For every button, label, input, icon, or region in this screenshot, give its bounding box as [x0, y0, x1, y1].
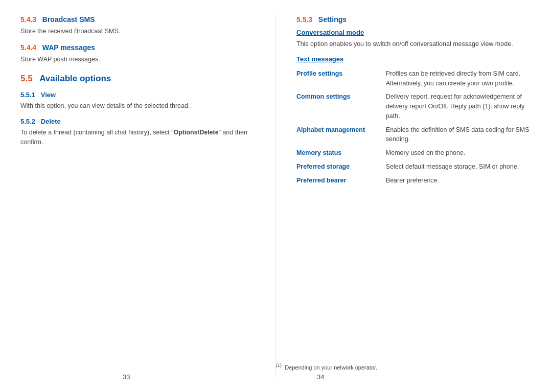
conversational-mode-body: This option enables you to switch on/off…: [296, 39, 532, 49]
settings-row-4: Preferred storageSelect default message …: [296, 160, 532, 174]
text-messages-label: Text messages: [296, 55, 532, 63]
section-55: 5.5 Available options: [20, 74, 255, 84]
settings-row-3: Memory statusMemory used on the phone.: [296, 146, 532, 160]
settings-def-1: Delivery report, request for acknowledge…: [386, 90, 532, 123]
section-551-title: View: [41, 91, 56, 99]
settings-def-4: Select default message storage, SIM or p…: [386, 160, 532, 174]
section-543: 5.4.3 Broadcast SMS Store the received B…: [20, 15, 255, 36]
settings-term-1: Common settings: [296, 90, 386, 123]
settings-table: Profile settingsProfiles can be retrieve…: [296, 67, 532, 188]
conversational-mode-section: Conversational mode This option enables …: [296, 29, 532, 49]
section-553-title: Settings: [318, 15, 347, 24]
footnote-superscript: (1): [276, 363, 282, 368]
settings-def-5: Bearer preference.: [386, 174, 532, 188]
settings-def-2: Enables the definition of SMS data codin…: [386, 123, 532, 147]
heading-552: 5.5.2 Delete: [20, 118, 255, 125]
section-552-body-bold: Options\Delete: [173, 129, 218, 136]
conversational-mode-label: Conversational mode: [296, 29, 532, 36]
section-553-number: 5.5.3: [296, 15, 312, 24]
section-544: 5.4.4 WAP messages Store WAP push messag…: [20, 43, 255, 64]
settings-row-0: Profile settingsProfiles can be retrieve…: [296, 67, 532, 90]
settings-term-0: Profile settings: [296, 67, 386, 90]
section-552-number: 5.5.2: [20, 118, 35, 125]
settings-term-4: Preferred storage: [296, 160, 386, 174]
footnote-text: Depending on your network operator.: [285, 364, 377, 371]
settings-term-5: Preferred bearer: [296, 174, 386, 188]
heading-553: 5.5.3 Settings: [296, 15, 532, 24]
section-544-number: 5.4.4: [20, 43, 36, 52]
heading-543: 5.4.3 Broadcast SMS: [20, 15, 255, 24]
page-number-right: 34: [317, 373, 324, 381]
section-55-title: Available options: [39, 74, 111, 83]
section-551-number: 5.5.1: [20, 91, 35, 99]
settings-row-1: Common settingsDelivery report, request …: [296, 90, 532, 123]
section-552-body: To delete a thread (containing all chat …: [20, 128, 255, 147]
section-553: 5.5.3 Settings: [296, 15, 532, 24]
section-544-body: Store WAP push messages.: [20, 55, 255, 64]
section-552-title: Delete: [41, 118, 61, 125]
section-55-number: 5.5: [20, 74, 33, 83]
right-column: 5.5.3 Settings Conversational mode This …: [276, 15, 532, 377]
settings-row-2: Alphabet managementEnables the definitio…: [296, 123, 532, 147]
heading-55: 5.5 Available options: [20, 74, 255, 84]
section-551-body: With this option, you can view details o…: [20, 101, 255, 111]
text-messages-section: Text messages Profile settingsProfiles c…: [296, 55, 532, 188]
section-543-body: Store the received Broadcast SMS.: [20, 27, 255, 36]
heading-544: 5.4.4 WAP messages: [20, 43, 255, 52]
page-number-left: 33: [123, 373, 130, 381]
section-552: 5.5.2 Delete To delete a thread (contain…: [20, 118, 255, 147]
section-543-number: 5.4.3: [20, 15, 36, 24]
section-552-body-plain: To delete a thread (containing all chat …: [20, 129, 173, 136]
heading-551: 5.5.1 View: [20, 91, 255, 99]
section-544-title: WAP messages: [42, 43, 95, 52]
footnote: (1) Depending on your network operator.: [276, 362, 532, 372]
settings-term-2: Alphabet management: [296, 123, 386, 147]
settings-def-0: Profiles can be retrieved directly from …: [386, 67, 532, 90]
section-543-title: Broadcast SMS: [42, 15, 95, 24]
settings-term-3: Memory status: [296, 146, 386, 160]
left-column: 5.4.3 Broadcast SMS Store the received B…: [20, 15, 276, 377]
settings-row-5: Preferred bearerBearer preference.: [296, 174, 532, 188]
settings-def-3: Memory used on the phone.: [386, 146, 532, 160]
section-551: 5.5.1 View With this option, you can vie…: [20, 91, 255, 111]
